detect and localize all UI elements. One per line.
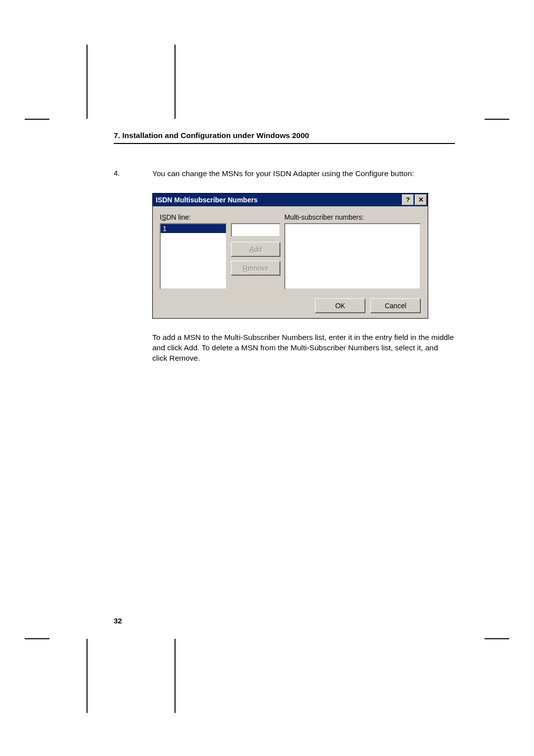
- remove-button[interactable]: Remove: [231, 261, 280, 276]
- page-content: 7. Installation and Configuration under …: [114, 131, 455, 364]
- dialog-footer: OK Cancel: [160, 298, 421, 313]
- page-number: 32: [114, 616, 122, 625]
- isdn-line-column: ISDN line: 1: [160, 213, 227, 289]
- msn-column: Multi-subscriber numbers:: [284, 213, 421, 289]
- help-button[interactable]: ?: [402, 194, 414, 205]
- header-rule: [114, 143, 455, 144]
- add-button[interactable]: Add: [231, 242, 280, 257]
- isdn-line-label: ISDN line:: [160, 213, 227, 221]
- isdn-dialog: ISDN Multisubscriber Numbers ? ✕ ISDN li…: [152, 193, 428, 319]
- dialog-columns: ISDN line: 1 Add Remove Multi-subscriber…: [160, 213, 421, 289]
- step-number: 4.: [114, 169, 152, 179]
- crop-mark: [25, 119, 49, 120]
- help-icon: ?: [406, 196, 410, 203]
- crop-mark: [87, 639, 88, 713]
- spacer-label: [231, 213, 280, 221]
- close-icon: ✕: [418, 196, 424, 203]
- step-outro-row: To add a MSN to the Multi-Subscriber Num…: [114, 332, 455, 364]
- isdn-line-listbox[interactable]: 1: [160, 223, 227, 289]
- msn-listbox[interactable]: [284, 223, 421, 289]
- section-header: 7. Installation and Configuration under …: [114, 131, 455, 143]
- cancel-button[interactable]: Cancel: [370, 298, 421, 313]
- dialog-title: ISDN Multisubscriber Numbers: [156, 196, 258, 204]
- crop-mark: [87, 45, 88, 119]
- msn-entry-input[interactable]: [231, 223, 280, 237]
- crop-mark: [25, 638, 49, 639]
- middle-column: Add Remove: [231, 213, 280, 289]
- isdn-line-item[interactable]: 1: [161, 224, 226, 233]
- dialog-screenshot: ISDN Multisubscriber Numbers ? ✕ ISDN li…: [152, 193, 455, 319]
- crop-mark: [485, 119, 509, 120]
- step-outro-text: To add a MSN to the Multi-Subscriber Num…: [152, 332, 455, 364]
- step-intro-text: You can change the MSNs for your ISDN Ad…: [152, 169, 455, 179]
- crop-mark: [485, 638, 509, 639]
- step-number-spacer: [114, 332, 152, 364]
- close-button[interactable]: ✕: [415, 194, 427, 205]
- ok-button[interactable]: OK: [315, 298, 365, 313]
- msn-label: Multi-subscriber numbers:: [284, 213, 421, 221]
- step-row: 4. You can change the MSNs for your ISDN…: [114, 169, 455, 179]
- dialog-titlebar: ISDN Multisubscriber Numbers ? ✕: [153, 193, 428, 206]
- crop-mark: [175, 45, 176, 119]
- crop-mark: [175, 639, 176, 713]
- dialog-body: ISDN line: 1 Add Remove Multi-subscriber…: [153, 206, 428, 318]
